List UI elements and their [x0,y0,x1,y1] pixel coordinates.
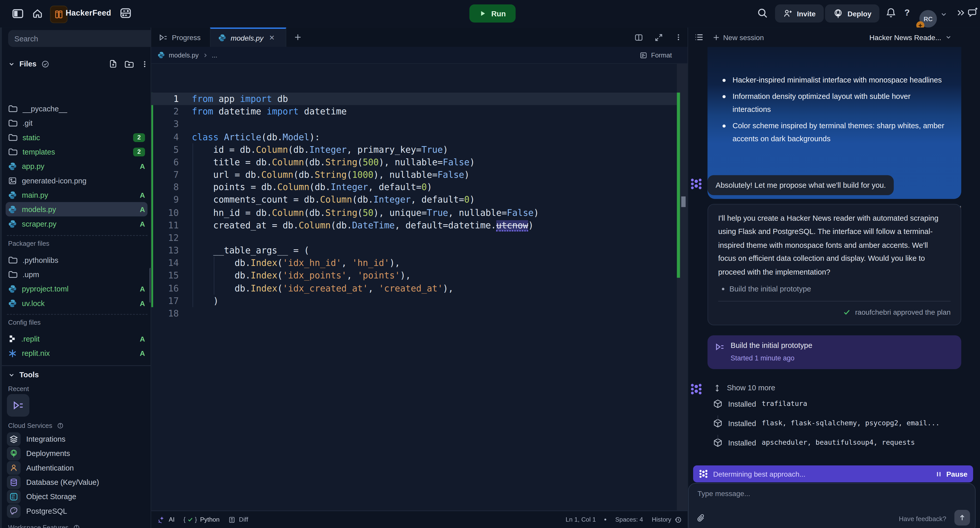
account-chevron-down-icon[interactable] [940,11,947,18]
deploy-button[interactable]: Deploy [825,4,880,22]
collapse-right-icon[interactable] [956,8,966,18]
app-icon[interactable] [50,6,68,23]
breadcrumb-more[interactable]: ... [212,51,217,59]
sidebar-item-integrations[interactable]: Integrations [7,432,148,446]
database-icon [7,475,21,489]
code-line-4[interactable]: 4class Article(db.Model): [151,131,677,143]
sidebar-item-authentication[interactable]: Authentication [7,460,148,475]
code-line-14[interactable]: 14 db.Index('idx_hn_id', 'hn_id'), [151,257,677,269]
show-more-button[interactable]: Show 10 more [713,383,775,392]
sidebar-item-object-storage[interactable]: 1001Object Storage [7,489,148,504]
info-icon[interactable] [73,524,80,528]
status-ai[interactable]: AI [158,515,175,524]
format-button[interactable]: Format [639,51,672,59]
file-row-__pycache__[interactable]: __pycache__ [6,101,148,116]
status-diff[interactable]: Diff [228,516,248,523]
tab-models-py[interactable]: models.py ✕ [210,27,286,47]
pause-button[interactable]: Pause [935,470,967,477]
chevron-down-icon[interactable] [8,60,15,67]
code-line-9[interactable]: 9 comments_count = db.Column(db.Integer,… [151,194,677,206]
avatar[interactable]: RC ✦ [919,10,937,27]
task-card[interactable]: Build the initial prototype Started 1 mi… [708,335,961,369]
file-row-.pythonlibs[interactable]: .pythonlibs [6,253,148,267]
file-row-.upm[interactable]: .upm [6,267,148,281]
info-icon[interactable] [57,422,64,429]
recent-tool-tile[interactable] [7,394,29,416]
search-input[interactable]: Search [8,30,159,47]
run-button[interactable]: Run [469,4,516,22]
file-row-.git[interactable]: .git [6,116,148,130]
message-input-card[interactable]: Type message... Have feedback? [688,483,976,528]
attachment-paperclip-icon[interactable] [696,514,706,523]
config-files-header: Config files [8,319,41,326]
file-row-templates[interactable]: templates2 [6,145,148,159]
code-line-18[interactable]: 18 [151,307,677,319]
sidebar-item-postgresql[interactable]: PostgreSQL [7,504,148,518]
session-title-dropdown[interactable]: Hacker News Reade... [869,33,952,41]
code-line-16[interactable]: 16 db.Index('idx_created_at', 'created_a… [151,282,677,294]
session-list-icon[interactable] [694,32,704,42]
new-chat-icon[interactable] [967,7,978,18]
code-line-3[interactable]: 3 [151,118,677,130]
split-pane-icon[interactable] [635,33,643,42]
send-button[interactable] [955,510,970,525]
tools-header-row[interactable]: Tools [8,370,39,379]
avatar-initials: RC [924,15,932,22]
sidebar-item-database-key-value-[interactable]: Database (Key/Value) [7,475,148,489]
file-row-generated-icon.png[interactable]: generated-icon.png [6,173,148,188]
file-row-main.py[interactable]: main.pyA [6,188,148,202]
sidebar-toggle-icon[interactable] [12,7,24,19]
new-tab-icon[interactable] [294,33,302,41]
code-line-2[interactable]: 2from datetime import datetime [151,105,677,118]
added-badge: A [140,335,145,342]
code-line-10[interactable]: 10 hn_id = db.Column(db.String(50), uniq… [151,206,677,219]
indentation-setting[interactable]: Spaces: 4 [615,516,643,523]
tab-progress[interactable]: Progress [151,27,210,47]
file-row-app.py[interactable]: app.pyA [6,159,148,173]
line-number: 18 [151,307,179,319]
file-row-scraper.py[interactable]: scraper.pyA [6,216,148,231]
check-circle-icon[interactable] [41,60,50,68]
code-line-15[interactable]: 15 db.Index('idx_points', 'points'), [151,269,677,282]
file-row-models.py[interactable]: models.pyA [6,202,148,216]
files-menu-kebab-icon[interactable] [141,60,149,68]
file-row-replit.nix[interactable]: replit.nixA [6,346,148,360]
expand-icon[interactable] [654,33,663,42]
search-placeholder: Search [14,34,38,43]
new-file-icon[interactable] [109,59,118,68]
code-editor[interactable]: 1from app import db2from datetime import… [151,64,677,528]
code-line-6[interactable]: 6 title = db.Column(db.String(500), null… [151,156,677,168]
invite-button[interactable]: Invite [775,4,824,22]
help-icon[interactable]: ? [904,7,910,18]
new-session-button[interactable]: New session [713,33,764,41]
feedback-link[interactable]: Have feedback? [899,515,946,522]
cursor-position[interactable]: Ln 1, Col 1 [566,516,596,523]
code-line-7[interactable]: 7 url = db.Column(db.String(1000), nulla… [151,168,677,181]
editor-scrollbar-thumb[interactable] [681,196,686,207]
home-icon[interactable] [32,7,43,19]
sidebar-item-deployments[interactable]: Deployments [7,446,148,460]
code-line-5[interactable]: 5 id = db.Column(db.Integer, primary_key… [151,143,677,156]
code-line-12[interactable]: 12 [151,231,677,244]
file-row-static[interactable]: static2 [6,130,148,144]
file-row-.replit[interactable]: .replitA [6,332,148,346]
close-tab-icon[interactable]: ✕ [269,34,275,42]
code-line-8[interactable]: 8 points = db.Column(db.Integer, default… [151,181,677,193]
editor-menu-kebab-icon[interactable] [674,33,682,41]
new-folder-icon[interactable] [124,59,134,69]
search-icon[interactable] [757,7,768,19]
code-line-17[interactable]: 17 ) [151,295,677,307]
code-line-1[interactable]: 1from app import db [151,93,677,105]
repl-resources-icon[interactable] [119,7,132,19]
editor-scrollbar[interactable] [677,64,687,528]
code-line-11[interactable]: 11 created_at = db.Column(db.DateTime, d… [151,219,677,231]
file-row-uv.lock[interactable]: uv.lockA [6,296,148,310]
notifications-bell-icon[interactable] [886,7,896,18]
breadcrumb-file[interactable]: models.py [169,51,199,59]
chat-messages[interactable]: Style: Hacker-inspired minimalist interf… [688,47,980,466]
code-line-13[interactable]: 13 __table_args__ = ( [151,244,677,257]
file-name: __pycache__ [22,104,145,113]
history-button[interactable]: History [652,516,682,523]
file-row-pyproject.toml[interactable]: pyproject.tomlA [6,281,148,296]
status-language[interactable]: { } Python [183,516,220,523]
